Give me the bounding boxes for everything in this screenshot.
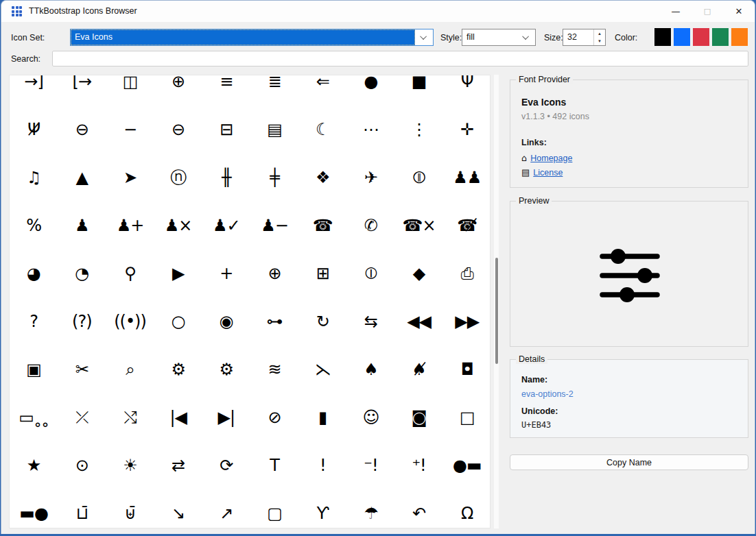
icon-paper-plane[interactable]: ✈ bbox=[346, 154, 394, 202]
icon-mic[interactable]: Ψ bbox=[443, 75, 491, 106]
icon-smartphone[interactable]: ▮ bbox=[298, 393, 346, 441]
spin-down-icon[interactable]: ▼ bbox=[594, 38, 605, 46]
icon-play-circle[interactable]: ▶ bbox=[154, 249, 202, 297]
icon-scissors[interactable]: ✂ bbox=[58, 345, 106, 393]
icon-maximize[interactable]: ⊕ bbox=[154, 75, 202, 106]
icon-sun[interactable]: ☀ bbox=[106, 441, 154, 489]
style-combobox[interactable]: fill bbox=[462, 29, 536, 46]
icon-slash[interactable]: ⊘ bbox=[250, 393, 298, 441]
icon-minus-circle[interactable]: ⊖ bbox=[154, 106, 202, 154]
icon-shopping-bag[interactable]: ◘ bbox=[443, 345, 491, 393]
scrollbar-thumb[interactable] bbox=[495, 258, 498, 364]
icon-pie-chart-2[interactable]: ◔ bbox=[58, 249, 106, 297]
icon-rewind-right[interactable]: ▶▶ bbox=[443, 297, 491, 345]
icon-tv[interactable]: ▢ bbox=[250, 489, 298, 528]
icon-question-mark[interactable]: ? bbox=[10, 297, 58, 345]
icon-menu-arrow[interactable]: ⇐ bbox=[298, 75, 346, 106]
icon-npm[interactable]: ⓝ bbox=[154, 154, 202, 202]
color-swatch[interactable] bbox=[693, 28, 709, 46]
icon-navigation-2[interactable]: ➤ bbox=[106, 154, 154, 202]
icon-set-combobox[interactable]: Eva Icons bbox=[70, 29, 434, 46]
icon-thermometer[interactable]: ! bbox=[298, 441, 346, 489]
scrollbar-track[interactable] bbox=[494, 75, 499, 528]
icon-minimize[interactable]: ⊖ bbox=[58, 106, 106, 154]
icon-music[interactable]: ♫ bbox=[10, 154, 58, 202]
icon-log-in[interactable]: →] bbox=[10, 75, 58, 106]
icon-trending-up[interactable]: ↗ bbox=[202, 489, 250, 528]
icon-repeat[interactable]: ⇆ bbox=[346, 297, 394, 345]
icon-phone[interactable]: ☎ bbox=[298, 202, 346, 249]
icon-more-horizontal[interactable]: ⋯ bbox=[346, 106, 394, 154]
icon-unlock[interactable]: Ω bbox=[443, 489, 491, 528]
icon-thermometer-minus[interactable]: ⁻! bbox=[346, 441, 394, 489]
icon-set-dropdown-button[interactable] bbox=[415, 29, 433, 45]
icon-pricetags[interactable]: ◆ bbox=[395, 249, 443, 297]
icon-navigation[interactable]: ▲ bbox=[58, 154, 106, 202]
color-swatch[interactable] bbox=[674, 28, 690, 46]
icon-trash-2[interactable]: ⊎̄ bbox=[106, 489, 154, 528]
icon-pin[interactable]: ⚲ bbox=[106, 249, 154, 297]
icon-rewind-left[interactable]: ◀◀ bbox=[395, 297, 443, 345]
color-swatch[interactable] bbox=[712, 28, 729, 46]
icon-text[interactable]: T bbox=[250, 441, 298, 489]
icon-sync[interactable]: ⟳ bbox=[202, 441, 250, 489]
icon-move[interactable]: ✛ bbox=[443, 106, 491, 154]
icon-radio-button-off[interactable]: ○ bbox=[154, 297, 202, 345]
icon-question-mark-circle[interactable]: (?) bbox=[58, 297, 106, 345]
icon-phone-missed[interactable]: ☎× bbox=[395, 202, 443, 249]
icon-people[interactable]: ♟♟ bbox=[443, 154, 491, 202]
icon-speaker[interactable]: ◙ bbox=[395, 393, 443, 441]
icon-shake[interactable]: ≋ bbox=[250, 345, 298, 393]
icon-plus-square[interactable]: ⊞ bbox=[298, 249, 346, 297]
icon-pie-chart[interactable]: ◕ bbox=[10, 249, 58, 297]
icon-refresh[interactable]: ↻ bbox=[298, 297, 346, 345]
icon-monitor[interactable]: ▤ bbox=[250, 106, 298, 154]
icon-skip-back[interactable]: |◀ bbox=[154, 393, 202, 441]
close-button[interactable]: ✕ bbox=[723, 1, 755, 22]
icon-radio[interactable]: ((•)) bbox=[106, 297, 154, 345]
icon-minus-square[interactable]: ⊟ bbox=[202, 106, 250, 154]
copy-name-button[interactable]: Copy Name bbox=[510, 454, 748, 470]
icon-share[interactable]: ⋋ bbox=[298, 345, 346, 393]
icon-shield[interactable]: ♠ bbox=[346, 345, 394, 393]
icon-pause-circle[interactable]: ⦷ bbox=[395, 154, 443, 202]
icon-plus[interactable]: + bbox=[202, 249, 250, 297]
icon-more-vertical[interactable]: ⋮ bbox=[395, 106, 443, 154]
icon-undo[interactable]: ↶ bbox=[395, 489, 443, 528]
icon-skip-forward[interactable]: ▶| bbox=[202, 393, 250, 441]
icon-pantone[interactable]: ❖ bbox=[298, 154, 346, 202]
icon-recording[interactable]: ⊶ bbox=[250, 297, 298, 345]
icon-radio-button-on[interactable]: ◉ bbox=[202, 297, 250, 345]
icon-menu-2[interactable]: ≣ bbox=[250, 75, 298, 106]
icon-toggle-right[interactable]: ▬● bbox=[10, 489, 58, 528]
icon-save[interactable]: ▣ bbox=[10, 345, 58, 393]
icon-shuffle-2[interactable]: ⤭ bbox=[106, 393, 154, 441]
size-spinbox[interactable]: 32 ▲ ▼ bbox=[563, 29, 606, 46]
icon-person-remove[interactable]: ♟− bbox=[250, 202, 298, 249]
icon-menu[interactable]: ≡ bbox=[202, 75, 250, 106]
icon-settings[interactable]: ⚙ bbox=[154, 345, 202, 393]
icon-square[interactable]: □ bbox=[443, 393, 491, 441]
icon-person-delete[interactable]: ♟× bbox=[154, 202, 202, 249]
icon-search[interactable]: ⌕ bbox=[106, 345, 154, 393]
icon-phone-off[interactable]: ☎̸ bbox=[443, 202, 491, 249]
icon-power[interactable]: ⦶ bbox=[346, 249, 394, 297]
color-swatch[interactable] bbox=[654, 28, 671, 46]
icon-person[interactable]: ♟ bbox=[58, 202, 106, 249]
icon-moon[interactable]: ☾ bbox=[298, 106, 346, 154]
spin-up-icon[interactable]: ▲ bbox=[594, 29, 605, 38]
icon-mic-off[interactable]: Ψ̸ bbox=[10, 106, 58, 154]
icon-umbrella[interactable]: ☂ bbox=[346, 489, 394, 528]
icon-message-circle[interactable]: ● bbox=[346, 75, 394, 106]
icon-toggle-left[interactable]: ●▬ bbox=[443, 441, 491, 489]
icon-options-2[interactable]: ╪ bbox=[250, 154, 298, 202]
icon-log-out[interactable]: [→ bbox=[58, 75, 106, 106]
icon-thermometer-plus[interactable]: ⁺! bbox=[395, 441, 443, 489]
icon-smiling-face[interactable]: ☺ bbox=[346, 393, 394, 441]
icon-person-add[interactable]: ♟+ bbox=[106, 202, 154, 249]
icon-star[interactable]: ★ bbox=[10, 441, 58, 489]
icon-twitter[interactable]: Ƴ bbox=[298, 489, 346, 528]
icon-plus-circle[interactable]: ⊕ bbox=[250, 249, 298, 297]
icon-person-done[interactable]: ♟✓ bbox=[202, 202, 250, 249]
icon-message-square[interactable]: ■ bbox=[395, 75, 443, 106]
